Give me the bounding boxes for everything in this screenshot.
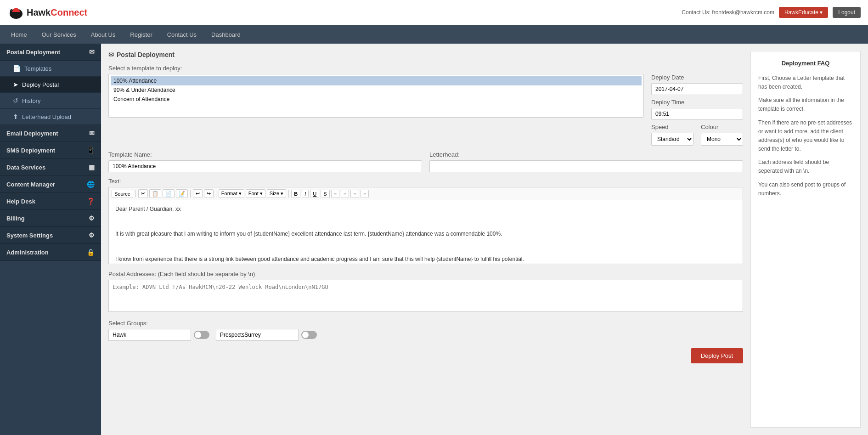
nav-contact-us[interactable]: Contact Us bbox=[161, 28, 203, 42]
group1-input[interactable] bbox=[108, 329, 191, 341]
faq-title: Deployment FAQ bbox=[758, 59, 853, 68]
toolbar-redo[interactable]: ↪ bbox=[204, 189, 214, 198]
logo: HawkConnect bbox=[7, 4, 87, 21]
sidebar-section-billing[interactable]: Billing ⚙ bbox=[0, 210, 101, 227]
template-name-group: Template Name: bbox=[108, 151, 422, 172]
deploy-date-label: Deploy Date bbox=[651, 74, 743, 81]
deploy-time-input[interactable] bbox=[651, 108, 743, 120]
editor-line-2 bbox=[115, 217, 736, 226]
date-time-section: Deploy Date Deploy Time Speed Standard bbox=[651, 74, 743, 146]
sidebar-section-data-services[interactable]: Data Services ▦ bbox=[0, 159, 101, 176]
deploy-postal-icon: ➤ bbox=[13, 81, 18, 88]
template-option-1: 100% Attendance bbox=[111, 76, 642, 85]
nav-our-services[interactable]: Our Services bbox=[35, 28, 83, 42]
group1-wrap bbox=[108, 329, 209, 341]
toolbar-paste-text[interactable]: 📝 bbox=[176, 189, 188, 198]
deploy-time-group: Deploy Time bbox=[651, 99, 743, 120]
data-services-label: Data Services bbox=[6, 164, 45, 171]
system-settings-icon: ⚙ bbox=[89, 232, 95, 239]
toolbar-align-right[interactable]: ≡ bbox=[350, 190, 359, 198]
colour-group: Colour Mono bbox=[701, 124, 743, 146]
deploy-date-input[interactable] bbox=[651, 83, 743, 95]
deploy-time-label: Deploy Time bbox=[651, 99, 743, 106]
sidebar-section-sms-deployment[interactable]: SMS Deployment 📱 bbox=[0, 142, 101, 159]
colour-select[interactable]: Mono bbox=[701, 133, 743, 146]
postal-deployment-icon: ✉ bbox=[89, 48, 95, 56]
toolbar-copy[interactable]: 📋 bbox=[149, 189, 161, 198]
hawkeducate-button[interactable]: HawkEducate ▾ bbox=[779, 7, 828, 18]
data-services-icon: ▦ bbox=[89, 164, 95, 171]
toolbar-italic[interactable]: I bbox=[302, 190, 309, 198]
faq-para-5: You can also send post to groups of numb… bbox=[758, 181, 853, 198]
deploy-post-button[interactable]: Deploy Post bbox=[691, 348, 743, 363]
sidebar-item-history[interactable]: ↺ History bbox=[0, 93, 101, 109]
postal-addresses-label: Postal Addresses: (Each field should be … bbox=[108, 271, 743, 277]
groups-row bbox=[108, 329, 743, 341]
administration-label: Administration bbox=[6, 249, 49, 256]
toolbar-align-center[interactable]: ≡ bbox=[341, 190, 349, 198]
sidebar-section-email-deployment[interactable]: Email Deployment ✉ bbox=[0, 125, 101, 142]
toolbar-cut[interactable]: ✂ bbox=[138, 189, 148, 198]
group2-input[interactable] bbox=[216, 329, 299, 341]
deploy-btn-row: Deploy Post bbox=[108, 348, 743, 363]
faq-para-3: Then if there are no pre-set addresses o… bbox=[758, 119, 853, 154]
sidebar-item-templates[interactable]: 📄 Templates bbox=[0, 61, 101, 77]
template-date-row: 100% Attendance 90% & Under Attendance C… bbox=[108, 74, 743, 146]
toolbar-format[interactable]: Format ▾ bbox=[219, 189, 244, 198]
toolbar-align-left[interactable]: ≡ bbox=[331, 190, 339, 198]
group2-wrap bbox=[216, 329, 317, 341]
text-editor-section: Text: Source ✂ 📋 📄 📝 ↩ ↪ Format ▾ Font ▾… bbox=[108, 178, 743, 264]
main-layout: Postal Deployment ✉ 📄 Templates ➤ Deploy… bbox=[0, 44, 868, 435]
nav-bar: Home Our Services About Us Register Cont… bbox=[0, 25, 868, 44]
speed-select[interactable]: Standard bbox=[651, 133, 693, 146]
group1-toggle[interactable] bbox=[194, 331, 209, 339]
sidebar-item-deploy-postal[interactable]: ➤ Deploy Postal bbox=[0, 77, 101, 93]
toolbar-underline[interactable]: U bbox=[310, 190, 319, 198]
toolbar-size[interactable]: Size ▾ bbox=[267, 189, 286, 198]
nav-home[interactable]: Home bbox=[5, 28, 34, 42]
template-name-input[interactable] bbox=[108, 160, 422, 172]
sidebar-section-administration[interactable]: Administration 🔒 bbox=[0, 244, 101, 261]
sidebar-section-content-manager[interactable]: Content Manager 🌐 bbox=[0, 176, 101, 193]
letterhead-input[interactable] bbox=[429, 160, 743, 172]
sidebar-section-system-settings[interactable]: System Settings ⚙ bbox=[0, 227, 101, 244]
toolbar-undo[interactable]: ↩ bbox=[193, 189, 203, 198]
template-listbox[interactable]: 100% Attendance 90% & Under Attendance C… bbox=[108, 74, 644, 118]
toolbar-strikethrough[interactable]: S bbox=[321, 190, 329, 198]
template-name-row: Template Name: Letterhead: bbox=[108, 151, 743, 172]
logo-hawk: Hawk bbox=[27, 7, 51, 18]
sidebar-section-postal-deployment[interactable]: Postal Deployment ✉ bbox=[0, 44, 101, 61]
editor-line-3: It is with great pleasure that I am writ… bbox=[115, 230, 736, 238]
sidebar-section-help-desk[interactable]: Help Desk ❓ bbox=[0, 193, 101, 210]
sidebar-item-letterhead-upload[interactable]: ⬆ Letterhead Upload bbox=[0, 109, 101, 125]
toolbar-sep-1 bbox=[135, 190, 136, 198]
toolbar-sep-2 bbox=[190, 190, 191, 198]
nav-register[interactable]: Register bbox=[124, 28, 158, 42]
logout-button[interactable]: Logout bbox=[833, 7, 861, 18]
faq-panel: Deployment FAQ First, Choose a Letter te… bbox=[750, 51, 861, 428]
faq-para-2: Make sure all the information in the tem… bbox=[758, 96, 853, 113]
editor-line-4 bbox=[115, 243, 736, 251]
faq-para-1: First, Choose a Letter template that has… bbox=[758, 74, 853, 91]
editor-body[interactable]: Dear Parent / Guardian, xx It is with gr… bbox=[108, 200, 743, 264]
toolbar-paste[interactable]: 📄 bbox=[163, 189, 175, 198]
content-area: ✉ Postal Deployment Select a template to… bbox=[101, 44, 868, 435]
select-groups-label: Select Groups: bbox=[108, 320, 743, 327]
billing-label: Billing bbox=[6, 215, 25, 222]
toolbar-font[interactable]: Font ▾ bbox=[246, 189, 265, 198]
toolbar-source[interactable]: Source bbox=[112, 190, 133, 198]
toolbar-align-justify[interactable]: ≡ bbox=[361, 190, 369, 198]
postal-addresses-textarea[interactable] bbox=[108, 280, 743, 312]
faq-para-4: Each address field should be seperated w… bbox=[758, 158, 853, 175]
sms-deployment-label: SMS Deployment bbox=[6, 147, 55, 154]
main-panel: ✉ Postal Deployment Select a template to… bbox=[108, 51, 743, 428]
postal-deployment-label: Postal Deployment bbox=[6, 49, 60, 56]
toolbar-sep-3 bbox=[216, 190, 216, 198]
nav-dashboard[interactable]: Dashboard bbox=[205, 28, 247, 42]
template-option-3: Concern of Attendance bbox=[111, 95, 642, 104]
group2-toggle[interactable] bbox=[301, 331, 317, 339]
nav-about-us[interactable]: About Us bbox=[85, 28, 122, 42]
postal-addresses-section: Postal Addresses: (Each field should be … bbox=[108, 271, 743, 313]
toolbar-bold[interactable]: B bbox=[291, 190, 300, 198]
letterhead-group: Letterhead: bbox=[429, 151, 743, 172]
